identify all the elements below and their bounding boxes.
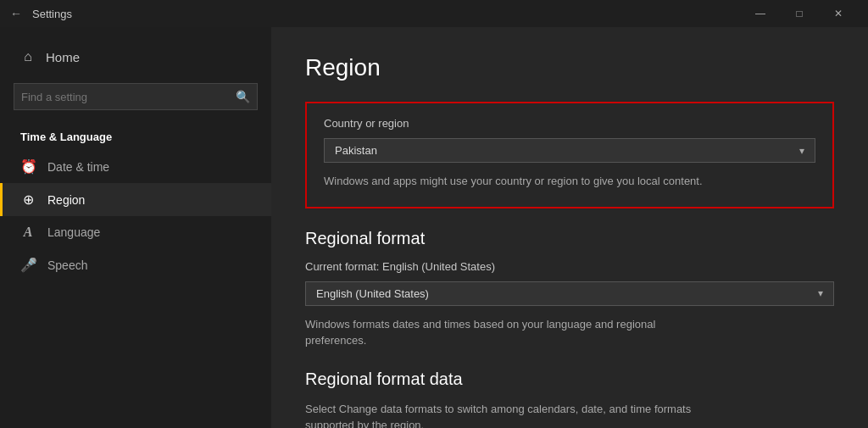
format-data-heading: Regional format data xyxy=(305,370,834,389)
format-data-description: Select Change data formats to switch amo… xyxy=(305,401,712,429)
title-bar: ← Settings — □ ✕ xyxy=(0,0,868,27)
country-dropdown-value: Pakistan xyxy=(335,144,377,157)
format-chevron-down-icon: ▾ xyxy=(818,287,823,299)
main-content: ⌂ Home 🔍 Time & Language ⏰ Date & time ⊕… xyxy=(0,27,868,428)
close-button[interactable]: ✕ xyxy=(819,0,858,27)
sidebar-home-label: Home xyxy=(46,50,80,64)
search-input[interactable] xyxy=(21,91,236,103)
sidebar: ⌂ Home 🔍 Time & Language ⏰ Date & time ⊕… xyxy=(0,27,271,428)
current-format-label: Current format: English (United States) xyxy=(305,260,834,273)
regional-format-section: Regional format Current format: English … xyxy=(305,229,834,349)
sidebar-item-date-time[interactable]: ⏰ Date & time xyxy=(0,150,271,183)
home-icon: ⌂ xyxy=(20,49,36,64)
language-icon: A xyxy=(20,225,36,240)
format-dropdown[interactable]: English (United States) ▾ xyxy=(305,281,834,306)
search-box[interactable]: 🔍 xyxy=(14,83,258,110)
country-label: Country or region xyxy=(324,117,815,130)
sidebar-item-speech-label: Speech xyxy=(47,258,87,272)
sidebar-item-region-label: Region xyxy=(47,193,85,207)
regional-format-data-section: Regional format data Select Change data … xyxy=(305,370,834,429)
format-dropdown-value: English (United States) xyxy=(316,287,429,300)
window-controls: — □ ✕ xyxy=(741,0,858,27)
settings-window: ← Settings — □ ✕ ⌂ Home 🔍 Time & Languag… xyxy=(0,0,868,428)
sidebar-item-date-time-label: Date & time xyxy=(47,160,109,174)
sidebar-item-home[interactable]: ⌂ Home xyxy=(0,41,271,73)
regional-format-heading: Regional format xyxy=(305,229,834,248)
maximize-button[interactable]: □ xyxy=(780,0,819,27)
chevron-down-icon: ▾ xyxy=(799,145,804,157)
back-button[interactable]: ← xyxy=(10,7,22,20)
sidebar-section-title: Time & Language xyxy=(0,120,271,150)
country-dropdown[interactable]: Pakistan ▾ xyxy=(324,138,815,163)
sidebar-item-language-label: Language xyxy=(47,225,100,239)
window-title: Settings xyxy=(32,8,72,20)
date-time-icon: ⏰ xyxy=(20,158,36,175)
sidebar-item-language[interactable]: A Language xyxy=(0,216,271,248)
sidebar-item-region[interactable]: ⊕ Region xyxy=(0,183,271,216)
right-panel: Region Country or region Pakistan ▾ Wind… xyxy=(271,27,868,428)
region-icon: ⊕ xyxy=(20,192,36,208)
speech-icon: 🎤 xyxy=(20,257,36,273)
sidebar-item-speech[interactable]: 🎤 Speech xyxy=(0,248,271,281)
search-icon: 🔍 xyxy=(236,90,250,103)
country-description: Windows and apps might use your country … xyxy=(324,173,731,190)
minimize-button[interactable]: — xyxy=(741,0,780,27)
page-title: Region xyxy=(305,54,834,81)
format-description: Windows formats dates and times based on… xyxy=(305,316,712,349)
country-region-section: Country or region Pakistan ▾ Windows and… xyxy=(305,102,834,208)
